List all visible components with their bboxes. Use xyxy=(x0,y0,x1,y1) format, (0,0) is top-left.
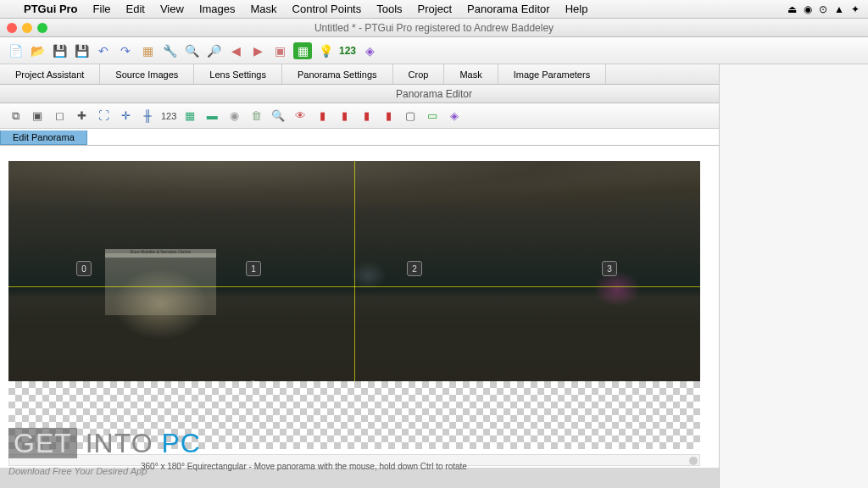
mac-menubar: PTGui Pro File Edit View Images Mask Con… xyxy=(0,0,868,19)
status-icon[interactable]: ✦ xyxy=(851,3,860,15)
menu-help[interactable]: Help xyxy=(565,3,588,15)
zoom-in-icon[interactable]: 🔍 xyxy=(183,42,200,59)
status-icon[interactable]: ▲ xyxy=(834,3,844,15)
status-bar: 360° x 180° Equirectangular - Move panor… xyxy=(141,462,467,471)
redo-icon[interactable]: ↷ xyxy=(117,42,134,59)
flag-red2-icon[interactable]: ▮ xyxy=(336,108,353,125)
next-icon[interactable]: ▶ xyxy=(249,42,266,59)
zoom-icon[interactable]: 🔍 xyxy=(270,108,287,125)
status-icon[interactable]: ⏏ xyxy=(787,3,797,15)
tab-image-parameters[interactable]: Image Parameters xyxy=(498,64,606,84)
edit-panorama-tab[interactable]: Edit Panorama xyxy=(0,130,87,145)
zoom-button[interactable] xyxy=(37,23,47,33)
menu-panorama-editor[interactable]: Panorama Editor xyxy=(467,3,550,15)
panorama-icon[interactable]: ▣ xyxy=(271,42,288,59)
grid-icon[interactable]: ▦ xyxy=(293,42,312,59)
status-icon[interactable]: ◉ xyxy=(804,3,812,15)
eye-icon[interactable]: 👁 xyxy=(292,108,309,125)
watermark: GET INTO PC xyxy=(8,428,201,459)
menubar-status-icons: ⏏ ◉ ⊙ ▲ ✦ xyxy=(787,3,860,15)
menu-view[interactable]: View xyxy=(160,3,184,15)
new-icon[interactable]: 📄 xyxy=(7,42,24,59)
paste-icon[interactable]: ▣ xyxy=(29,108,46,125)
tab-project-assistant[interactable]: Project Assistant xyxy=(0,64,100,84)
grid-toggle-icon[interactable]: ▦ xyxy=(181,108,198,125)
save-as-icon[interactable]: 💾 xyxy=(73,42,90,59)
window-title-text: Untitled * - PTGui Pro registered to And… xyxy=(314,22,554,34)
window-titlebar: Untitled * - PTGui Pro registered to And… xyxy=(0,19,868,37)
lightbulb-icon[interactable]: 💡 xyxy=(317,42,334,59)
image-marker-3[interactable]: 3 xyxy=(602,261,617,276)
diamond-icon[interactable]: ◈ xyxy=(446,108,463,125)
box-icon[interactable]: ▢ xyxy=(402,108,419,125)
prev-icon[interactable]: ◀ xyxy=(227,42,244,59)
tool-icon[interactable]: 🔧 xyxy=(161,42,178,59)
tab-panorama-settings[interactable]: Panorama Settings xyxy=(282,64,393,84)
menu-project[interactable]: Project xyxy=(418,3,452,15)
image-marker-0[interactable]: 0 xyxy=(76,261,92,276)
close-button[interactable] xyxy=(7,23,17,33)
zoom-out-icon[interactable]: 🔎 xyxy=(205,42,222,59)
traffic-lights xyxy=(7,23,47,33)
tab-lens-settings[interactable]: Lens Settings xyxy=(194,64,282,84)
vertical-guide xyxy=(354,161,355,381)
menu-tools[interactable]: Tools xyxy=(376,3,402,15)
open-icon[interactable]: 📂 xyxy=(29,42,46,59)
menu-mask[interactable]: Mask xyxy=(251,3,277,15)
tab-crop[interactable]: Crop xyxy=(393,64,445,84)
sub-number: 123 xyxy=(161,111,176,121)
horizon-icon[interactable]: ╫ xyxy=(139,108,156,125)
undo-icon[interactable]: ↶ xyxy=(95,42,112,59)
main-toolbar: 📄 📂 💾 💾 ↶ ↷ ▦ 🔧 🔍 🔎 ◀ ▶ ▣ ▦ 💡 123 ◈ xyxy=(0,37,868,64)
layers-icon[interactable]: ◈ xyxy=(361,42,378,59)
flag-red4-icon[interactable]: ▮ xyxy=(380,108,397,125)
preview-icon[interactable]: ▬ xyxy=(203,108,220,125)
flag-red-icon[interactable]: ▮ xyxy=(314,108,331,125)
image-marker-2[interactable]: 2 xyxy=(407,261,422,276)
download-text: Download Free Your Desired App xyxy=(8,466,147,476)
tab-mask[interactable]: Mask xyxy=(444,64,498,84)
minimize-button[interactable] xyxy=(22,23,32,33)
crosshair-icon[interactable]: ✚ xyxy=(73,108,90,125)
layer-icon[interactable]: ◉ xyxy=(225,108,242,125)
image-marker-1[interactable]: 1 xyxy=(246,261,261,276)
status-icon[interactable]: ⊙ xyxy=(819,3,827,15)
center-icon[interactable]: ✛ xyxy=(117,108,134,125)
save-icon[interactable]: 💾 xyxy=(51,42,68,59)
app-name[interactable]: PTGui Pro xyxy=(24,3,78,15)
window-icon[interactable]: ▭ xyxy=(424,108,441,125)
copy-icon[interactable]: ⧉ xyxy=(7,108,24,125)
subwindow-title-text: Panorama Editor xyxy=(396,88,472,100)
align-icon[interactable]: ▦ xyxy=(139,42,156,59)
fit-icon[interactable]: ⛶ xyxy=(95,108,112,125)
menu-file[interactable]: File xyxy=(93,3,111,15)
panorama-viewport[interactable]: Euro Mobiles & Services Centre 0 1 2 3 xyxy=(8,161,700,381)
toolbar-number: 123 xyxy=(339,45,356,57)
menu-images[interactable]: Images xyxy=(199,3,236,15)
delete-icon[interactable]: 🗑 xyxy=(248,108,264,125)
select-icon[interactable]: ◻ xyxy=(51,108,68,125)
right-panel xyxy=(719,64,868,488)
menu-control-points[interactable]: Control Points xyxy=(292,3,362,15)
tab-source-images[interactable]: Source Images xyxy=(100,64,194,84)
menu-edit[interactable]: Edit xyxy=(126,3,145,15)
flag-red3-icon[interactable]: ▮ xyxy=(358,108,375,125)
